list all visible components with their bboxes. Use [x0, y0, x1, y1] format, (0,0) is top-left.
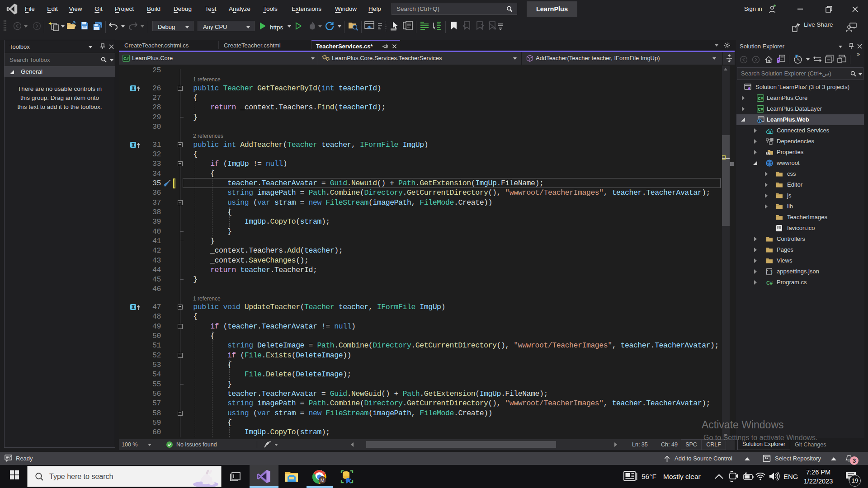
svg-text:C#: C# [123, 56, 129, 61]
svg-text:C#: C# [758, 96, 763, 101]
svg-text:M: M [321, 478, 325, 483]
svg-text:{ }: { } [766, 270, 773, 275]
svg-text:C#: C# [758, 107, 763, 112]
svg-text:C#: C# [766, 280, 773, 286]
